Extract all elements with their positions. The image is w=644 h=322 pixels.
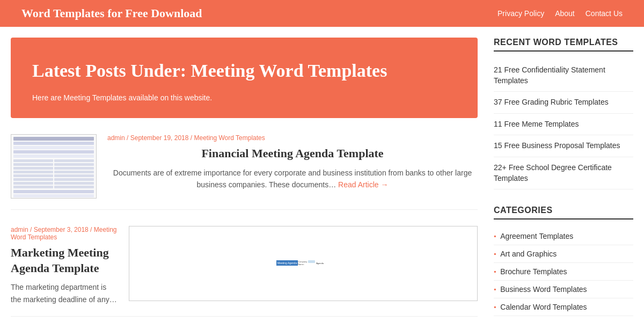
category-link[interactable]: Business Word Templates xyxy=(500,285,587,294)
post-title-link[interactable]: Marketing Meeting Agenda Template xyxy=(11,246,109,275)
post-date: / September 3, 2018 / xyxy=(30,226,94,233)
category-icon: ▪ xyxy=(494,286,496,294)
category-link[interactable]: Brochure Templates xyxy=(500,267,567,276)
categories-section: CATEGORIES ▪ Agreement Templates ▪ Art a… xyxy=(494,206,633,316)
sidebar: RECENT WORD TEMPLATES 21 Free Confidenti… xyxy=(494,38,633,322)
recent-item-link[interactable]: 21 Free Confidentiality Statement Templa… xyxy=(494,65,605,85)
recent-templates-section: RECENT WORD TEMPLATES 21 Free Confidenti… xyxy=(494,38,633,189)
category-icon: ▪ xyxy=(494,268,496,276)
category-item: ▪ Calendar Word Templates xyxy=(494,298,633,316)
post-author-link[interactable]: admin xyxy=(11,226,28,233)
categories-title: CATEGORIES xyxy=(494,206,633,219)
category-item: ▪ Art and Graphics xyxy=(494,245,633,263)
post-card: admin / September 19, 2018 / Meeting Wor… xyxy=(11,134,478,210)
post-title-link[interactable]: Financial Meeting Agenda Template xyxy=(201,147,383,160)
read-more-link[interactable]: Read Article → xyxy=(338,180,388,189)
nav-contact[interactable]: Contact Us xyxy=(586,9,623,18)
recent-item-link[interactable]: 11 Free Meme Templates xyxy=(494,120,579,128)
recent-item: 15 Free Business Proposal Templates xyxy=(494,135,633,157)
main-nav: Privacy Policy About Contact Us xyxy=(497,9,623,18)
category-item: ▪ Brochure Templates xyxy=(494,263,633,281)
thumbnail-image xyxy=(13,137,94,196)
post-category-link[interactable]: Meeting Word Templates xyxy=(194,134,265,142)
main-layout: Latest Posts Under: Meeting Word Templat… xyxy=(0,27,644,322)
category-item: ▪ Business Word Templates xyxy=(494,281,633,298)
site-header: Word Templates for Free Download Privacy… xyxy=(0,0,644,27)
post-body: admin / September 3, 2018 / Meeting Word… xyxy=(11,226,118,305)
nav-about[interactable]: About xyxy=(555,9,575,18)
post-body: admin / September 19, 2018 / Meeting Wor… xyxy=(107,134,478,199)
post-thumbnail: Meeting Agenda Company Name: Agenda xyxy=(129,226,478,301)
post-excerpt: The marketing department is the marketin… xyxy=(11,281,118,305)
post-excerpt: Documents are of extreme importance for … xyxy=(107,167,478,191)
thumbnail-header: Meeting Agenda xyxy=(276,260,298,266)
post-title: Financial Meeting Agenda Template xyxy=(107,146,478,162)
recent-templates-title: RECENT WORD TEMPLATES xyxy=(494,38,633,52)
recent-item: 22+ Free School Degree Certificate Templ… xyxy=(494,157,633,189)
hero-title: Latest Posts Under: Meeting Word Templat… xyxy=(32,59,456,83)
category-link[interactable]: Art and Graphics xyxy=(500,250,557,258)
category-icon: ▪ xyxy=(494,303,496,311)
recent-item-link[interactable]: 37 Free Grading Rubric Templates xyxy=(494,98,609,106)
post-card: admin / September 3, 2018 / Meeting Word… xyxy=(11,226,478,317)
post-author-link[interactable]: admin xyxy=(107,134,125,142)
main-content: Latest Posts Under: Meeting Word Templat… xyxy=(11,38,478,322)
recent-item: 37 Free Grading Rubric Templates xyxy=(494,92,633,114)
post-meta: admin / September 19, 2018 / Meeting Wor… xyxy=(107,134,478,142)
site-title: Word Templates for Free Download xyxy=(21,6,497,20)
recent-item-link[interactable]: 22+ Free School Degree Certificate Templ… xyxy=(494,163,612,182)
hero-banner: Latest Posts Under: Meeting Word Templat… xyxy=(11,38,478,118)
post-meta: admin / September 3, 2018 / Meeting Word… xyxy=(11,226,118,241)
post-title: Marketing Meeting Agenda Template xyxy=(11,245,118,276)
hero-subtitle: Here are Meeting Templates available on … xyxy=(32,93,456,102)
recent-item: 11 Free Meme Templates xyxy=(494,114,633,136)
category-item: ▪ Agreement Templates xyxy=(494,228,633,245)
category-link[interactable]: Calendar Word Templates xyxy=(500,303,587,311)
nav-privacy-policy[interactable]: Privacy Policy xyxy=(497,9,544,18)
recent-item-link[interactable]: 15 Free Business Proposal Templates xyxy=(494,141,620,150)
category-icon: ▪ xyxy=(494,232,496,240)
post-date: / September 19, 2018 / xyxy=(127,134,194,142)
post-thumbnail xyxy=(11,134,97,199)
recent-item: 21 Free Confidentiality Statement Templa… xyxy=(494,60,633,92)
category-link[interactable]: Agreement Templates xyxy=(500,232,573,240)
thumb-label: Agenda xyxy=(316,262,324,265)
category-icon: ▪ xyxy=(494,250,496,258)
